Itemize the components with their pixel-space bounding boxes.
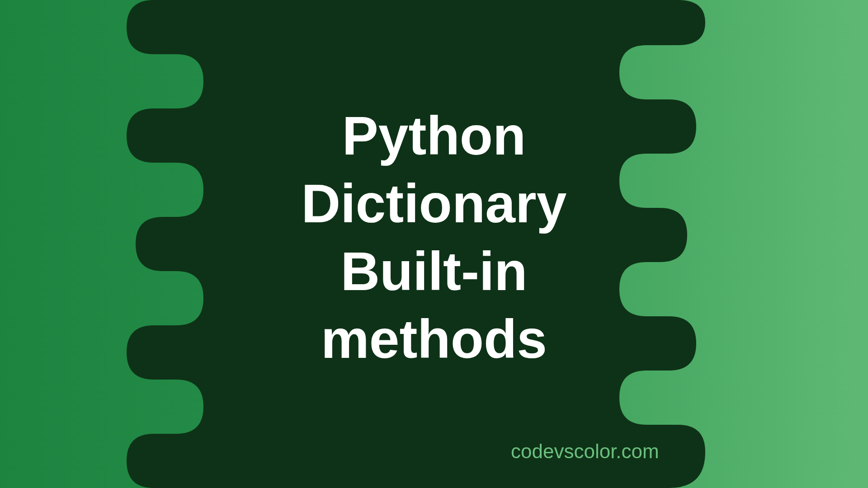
page-title: Python Dictionary Built-in methods (302, 102, 567, 373)
watermark-text: codevscolor.com (511, 440, 659, 463)
content-wrapper: Python Dictionary Built-in methods codev… (0, 0, 868, 488)
